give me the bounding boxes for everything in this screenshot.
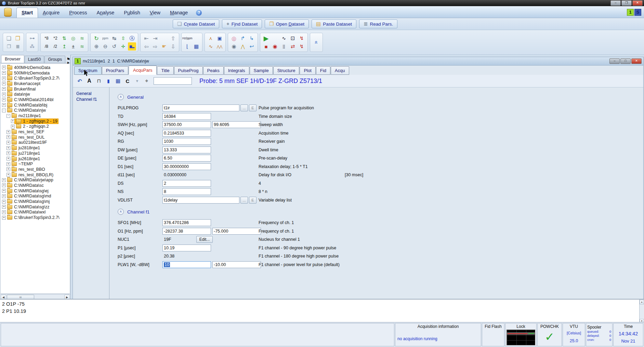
edit-list-button[interactable]: E xyxy=(249,105,257,111)
time-panel[interactable]: Time 14:34:42 Nov 21 xyxy=(613,323,643,346)
expander-icon[interactable]: + xyxy=(11,119,15,123)
molecule-structure-icon[interactable]: ⁂ xyxy=(28,42,36,51)
lock-panel[interactable]: Lock xyxy=(505,323,537,346)
maximize-button[interactable]: ❐ xyxy=(621,0,632,6)
acquisition-halt-icon[interactable]: ■ xyxy=(262,42,270,51)
tab-title[interactable]: Title xyxy=(157,66,173,75)
spacer-icon[interactable] xyxy=(271,34,279,42)
peak-picking-icon[interactable]: ▣ xyxy=(215,34,224,42)
param-value-field[interactable]: 376.4701286 xyxy=(162,219,211,226)
pulse-program-icon[interactable]: ⊓ xyxy=(95,77,103,85)
ascii-editor-icon[interactable]: A xyxy=(85,77,93,85)
routing-table-icon[interactable]: ▦ xyxy=(114,77,122,85)
param-value-field[interactable]: t1delay xyxy=(162,197,239,204)
fid-meter-icon[interactable]: ∿ xyxy=(280,34,288,42)
tree-item[interactable]: + Bruker\final xyxy=(1,86,70,92)
param-value-field[interactable]: 1030 xyxy=(162,138,211,145)
param-value-field[interactable]: 16384 xyxy=(162,113,211,120)
param-value-field[interactable]: 37500.00 xyxy=(162,121,211,128)
menu-publish[interactable]: Publish xyxy=(119,8,145,18)
swap-fid-icon[interactable]: ⇄ xyxy=(289,42,297,51)
spooler-panel[interactable]: Spooler queued:0 delayed:0 cron:0 xyxy=(586,323,613,346)
open-dataset-button[interactable]: ❒ Open Dataset xyxy=(265,19,309,28)
scroll-up-icon[interactable]: ▲ xyxy=(640,300,644,304)
expander-icon[interactable]: + xyxy=(2,87,6,91)
tree-item[interactable]: + C:\NMRData\sc xyxy=(1,183,70,188)
tree-item[interactable]: + ~TEMP xyxy=(1,161,70,167)
shift-left-icon[interactable]: ⇦ xyxy=(142,42,150,51)
dataset-restore-button[interactable]: □ xyxy=(620,58,631,64)
lock-display-icon[interactable]: Ⓐ xyxy=(128,34,136,42)
expander-icon[interactable]: - xyxy=(6,114,10,118)
zoom-undo-icon[interactable]: ↺ xyxy=(110,42,118,51)
param-value-field[interactable]: 19F xyxy=(162,236,185,242)
divide-2-icon[interactable]: /2 xyxy=(51,42,60,51)
search-icon[interactable]: ⌖ xyxy=(143,77,151,85)
multiply-8-icon[interactable]: *8 xyxy=(42,34,51,42)
tree-item[interactable]: + C:\NMRData\bl\bj xyxy=(1,102,70,108)
grab-hand-icon[interactable]: ☛ xyxy=(160,42,168,51)
tree-item[interactable]: + ju2718njw1 xyxy=(1,151,70,156)
edit-list-button[interactable]: E xyxy=(249,197,257,204)
param-value-field[interactable]: t1ir xyxy=(162,105,239,111)
log-scrollbar[interactable]: ▲ ▼ xyxy=(639,300,644,324)
tree-item[interactable]: + 1 - zgfhigqn.2 - 19 xyxy=(1,119,70,124)
acquisition-play-icon[interactable]: ▶ xyxy=(262,34,270,42)
tab-pulseprog[interactable]: PulseProg xyxy=(174,66,203,75)
tab-plot[interactable]: Plot xyxy=(300,66,315,75)
overview-spectrum-icon[interactable]: ▆▂ xyxy=(128,42,136,51)
menu-view[interactable]: View xyxy=(145,8,165,18)
shaped-pulse-icon[interactable]: ↯ xyxy=(298,34,306,42)
expander-icon[interactable]: + xyxy=(2,216,6,220)
acquisition-stop-sign-icon[interactable]: ◉ xyxy=(271,42,279,51)
param-value2-field[interactable]: -10.00 xyxy=(212,261,261,268)
zoom-out-icon[interactable]: ⊖ xyxy=(101,42,109,51)
shaped-pulse-limit-icon[interactable]: ↯ xyxy=(298,42,306,51)
acquisition-info-panel[interactable]: Acquisition information no acquisition r… xyxy=(395,323,481,346)
browse-button[interactable]: ... xyxy=(240,197,248,204)
tree-item[interactable]: + C:\NMRData\sg\zz xyxy=(1,204,70,210)
rotate-hand-icon[interactable]: ↻ xyxy=(92,34,101,42)
param-value2-field[interactable]: -75.000 xyxy=(212,228,261,235)
tree-item[interactable]: + ju2618njw1 xyxy=(1,156,70,162)
go-right-end-icon[interactable]: ⇥ xyxy=(151,34,159,42)
paste-dataset-button[interactable]: ▤ Paste Dataset xyxy=(312,19,356,28)
powchk-panel[interactable]: POWCHK ✓ xyxy=(537,323,562,346)
tab-acqu[interactable]: Acqu xyxy=(331,66,349,75)
tab-acqupars[interactable]: AcquPars xyxy=(129,66,157,75)
tab-structure[interactable]: Structure xyxy=(273,66,300,75)
tree-item[interactable]: + res_test_SEF xyxy=(1,129,70,135)
tree-item[interactable]: + C:\NMRData\sg\md xyxy=(1,194,70,199)
tab-fid[interactable]: Fid xyxy=(316,66,330,75)
tree-item[interactable]: + C:\NMRData\wxl xyxy=(1,210,70,215)
multiplet-analysis-icon[interactable]: ⋀⋀ xyxy=(215,42,224,51)
create-dataset-button[interactable]: ❏ Create Dataset xyxy=(173,19,219,28)
save-icon[interactable]: ❐ xyxy=(5,42,13,51)
projection-peaks-icon[interactable]: ⋀ xyxy=(239,42,247,51)
divide-8-icon[interactable]: /8 xyxy=(42,42,51,51)
tab-last50[interactable]: Last50 xyxy=(25,56,44,63)
fit-vertical-icon[interactable]: ↥ xyxy=(60,42,68,51)
expander-icon[interactable]: + xyxy=(6,130,10,134)
undo-icon[interactable]: ↶ xyxy=(76,77,84,85)
param-value-field[interactable]: 8 xyxy=(162,188,211,195)
close-button[interactable]: ✕ xyxy=(632,0,643,6)
expander-icon[interactable]: + xyxy=(2,93,6,96)
splitter-right-icon[interactable]: ▶ xyxy=(67,61,71,64)
param-value-field[interactable]: 0.2184533 xyxy=(162,130,211,137)
expander-icon[interactable]: + xyxy=(6,146,10,150)
expander-icon[interactable]: + xyxy=(6,141,10,144)
contour-store-icon[interactable]: ≋ xyxy=(78,42,86,51)
contour-rings-icon[interactable]: ◉ xyxy=(230,42,238,51)
expander-icon[interactable]: + xyxy=(2,178,6,182)
tree-item[interactable]: + 2 - zgfhigqn.2 xyxy=(1,124,70,129)
ppm-scale-icon[interactable]: ppm xyxy=(101,34,109,42)
tree-item[interactable]: - C:\NMRData\njw xyxy=(1,108,70,113)
fid-flash-panel[interactable]: Fid Flash xyxy=(482,323,504,346)
contour-levels-icon[interactable]: ≋ xyxy=(78,34,86,42)
contour-level-hand-icon[interactable]: ◎ xyxy=(69,34,77,42)
menu-start[interactable]: Start xyxy=(16,8,38,18)
tree-item[interactable]: + data\njw xyxy=(1,92,70,97)
t2-relaxation-icon[interactable]: ↳ xyxy=(248,34,256,42)
section-nav-item[interactable]: Channel f1 xyxy=(76,97,109,102)
